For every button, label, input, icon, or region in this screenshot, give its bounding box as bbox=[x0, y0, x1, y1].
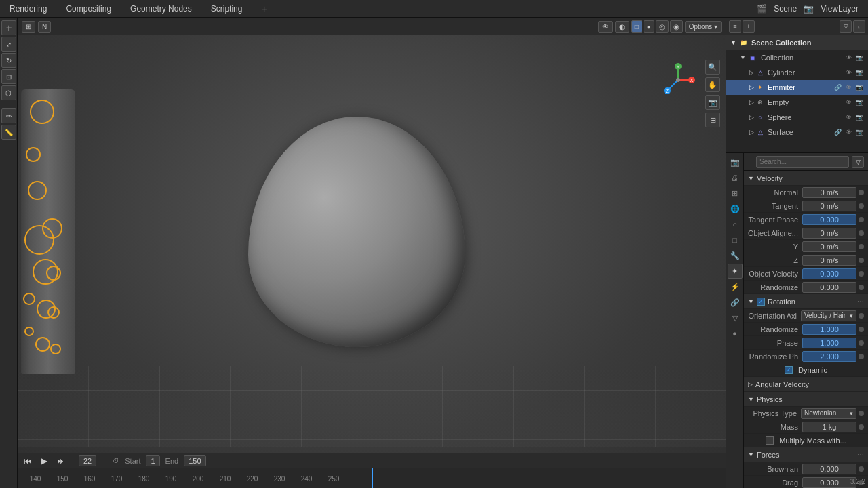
outliner-search-btn[interactable]: ⌕ bbox=[853, 20, 865, 33]
shading-solid-btn[interactable]: ● bbox=[644, 20, 654, 33]
velocity-dot-menu[interactable]: ⋯ bbox=[857, 174, 864, 182]
timeline-playhead[interactable] bbox=[372, 468, 373, 488]
view-layer-label[interactable]: ViewLayer bbox=[816, 3, 863, 15]
empty-render-icon[interactable]: 📷 bbox=[854, 98, 864, 107]
object-velocity-dot[interactable] bbox=[859, 271, 864, 277]
props-filter-btn[interactable]: ▽ bbox=[852, 156, 864, 168]
viewport-mode-btn[interactable]: N bbox=[38, 21, 51, 33]
toolbar-cursor-btn[interactable]: ✛ bbox=[1, 20, 16, 35]
physics-dot-menu[interactable]: ⋯ bbox=[857, 395, 864, 403]
velocity-section-header[interactable]: ▼ Velocity ⋯ bbox=[744, 171, 868, 186]
z-dot[interactable] bbox=[859, 258, 864, 263]
props-physics-tab[interactable]: ⚡ bbox=[728, 279, 743, 294]
viewport-overlay-btn[interactable]: ◐ bbox=[615, 21, 629, 33]
menu-item-add[interactable]: + bbox=[257, 2, 271, 16]
props-particles-tab active[interactable]: ✦ bbox=[728, 264, 743, 279]
shading-render-btn[interactable]: ◉ bbox=[670, 20, 683, 33]
coll-vis-icon[interactable]: 👁 bbox=[844, 53, 853, 62]
surf-render-icon[interactable]: 📷 bbox=[854, 127, 864, 137]
props-render-tab[interactable]: 📷 bbox=[728, 155, 743, 169]
tangent-phase-dot[interactable] bbox=[859, 217, 864, 222]
mass-value[interactable]: 1 kg bbox=[802, 422, 856, 432]
emit-vis-icon[interactable]: 👁 bbox=[844, 83, 853, 92]
normal-dot[interactable] bbox=[859, 190, 864, 195]
props-output-tab[interactable]: 🖨 bbox=[728, 170, 743, 185]
brownian-dot[interactable] bbox=[859, 466, 864, 472]
phase-dot[interactable] bbox=[859, 340, 864, 346]
menu-item-scripting[interactable]: Scripting bbox=[207, 3, 247, 15]
orientation-axis-select[interactable]: Velocity / Hair ▾ bbox=[801, 310, 856, 321]
physics-section-header[interactable]: ▼ Physics ⋯ bbox=[744, 392, 868, 407]
menu-item-rendering[interactable]: Rendering bbox=[5, 3, 51, 15]
outliner-add-btn[interactable]: + bbox=[743, 20, 755, 33]
coll-render-icon[interactable]: 📷 bbox=[854, 53, 864, 62]
start-frame-display[interactable]: 1 bbox=[146, 455, 159, 466]
props-object-tab[interactable]: □ bbox=[728, 232, 743, 247]
viewport-3d-content[interactable]: Y X Z 🔍 ✋ 📷 ⊞ bbox=[18, 35, 726, 488]
orientation-axis-dot[interactable] bbox=[859, 313, 864, 319]
tangent-phase-value[interactable]: 0.000 bbox=[802, 214, 856, 225]
toolbar-measure-btn[interactable]: 📏 bbox=[1, 125, 16, 140]
scene-label[interactable]: Scene bbox=[770, 3, 801, 15]
end-frame-display[interactable]: 150 bbox=[184, 455, 205, 466]
timeline-track[interactable]: 140 150 160 170 180 190 200 210 220 230 … bbox=[18, 468, 726, 488]
cyl-render-icon[interactable]: 📷 bbox=[854, 68, 864, 77]
y-value[interactable]: 0 m/s bbox=[802, 241, 856, 252]
shading-material-btn[interactable]: ◎ bbox=[656, 20, 669, 33]
angular-velocity-section-header[interactable]: ▷ Angular Velocity ⋯ bbox=[744, 377, 868, 392]
current-frame-display[interactable]: 22 bbox=[79, 455, 96, 466]
drag-value[interactable]: 0.000 bbox=[802, 477, 856, 488]
rotation-dot-menu[interactable]: ⋯ bbox=[857, 298, 864, 305]
physics-type-select[interactable]: Newtonian ▾ bbox=[801, 408, 856, 419]
toolbar-transform-btn[interactable]: ⬡ bbox=[1, 85, 16, 100]
rotation-section-header[interactable]: ▼ ✓ Rotation ⋯ bbox=[744, 294, 868, 309]
multiply-mass-checkbox[interactable] bbox=[766, 436, 774, 445]
view-tool-search[interactable]: 🔍 bbox=[705, 60, 720, 75]
shading-wireframe-btn[interactable]: □ bbox=[631, 20, 642, 33]
sphere-vis-icon[interactable]: 👁 bbox=[844, 113, 853, 122]
forces-dot-menu[interactable]: ⋯ bbox=[857, 451, 864, 458]
view-tool-grab[interactable]: ✋ bbox=[705, 77, 720, 92]
viewport-menu-btn[interactable]: ⊞ bbox=[22, 21, 35, 33]
view-tool-grid[interactable]: ⊞ bbox=[705, 113, 720, 127]
randomize-rot-value[interactable]: 1.000 bbox=[802, 324, 856, 335]
emit-constraint-icon[interactable]: 🔗 bbox=[833, 83, 842, 92]
outliner-collection[interactable]: ▼ ▣ Collection 👁 📷 bbox=[726, 50, 868, 65]
props-search-input[interactable] bbox=[756, 156, 849, 168]
mass-dot[interactable] bbox=[859, 424, 864, 430]
physics-type-dot[interactable] bbox=[859, 411, 864, 416]
toolbar-annotate-btn[interactable]: ✏ bbox=[1, 108, 16, 123]
props-constraints-tab[interactable]: 🔗 bbox=[728, 295, 743, 310]
outliner-empty[interactable]: ▷ ⊕ Empty 👁 📷 bbox=[726, 95, 868, 110]
sphere-render-icon[interactable]: 📷 bbox=[854, 113, 864, 122]
view-tool-camera[interactable]: 📷 bbox=[705, 95, 720, 110]
props-world-tab[interactable]: ○ bbox=[728, 217, 743, 232]
outliner-cylinder[interactable]: ▷ △ Cylinder 👁 📷 bbox=[726, 65, 868, 80]
menu-item-compositing[interactable]: Compositing bbox=[62, 3, 115, 15]
props-data-tab[interactable]: ▽ bbox=[728, 310, 743, 325]
rotation-enabled-checkbox[interactable]: ✓ bbox=[757, 298, 765, 306]
forces-section-header[interactable]: ▼ Forces ⋯ bbox=[744, 447, 868, 462]
angular-vel-dot-menu[interactable]: ⋯ bbox=[857, 380, 864, 388]
toolbar-scale-btn[interactable]: ⊡ bbox=[1, 69, 16, 84]
menu-item-geometry-nodes[interactable]: Geometry Nodes bbox=[126, 3, 196, 15]
outliner-surface[interactable]: ▷ △ Surface 🔗 👁 📷 bbox=[726, 125, 868, 140]
obj-aligned-value[interactable]: 0 m/s bbox=[802, 228, 856, 239]
props-scene-tab[interactable]: 🌐 bbox=[728, 201, 743, 216]
cyl-vis-icon[interactable]: 👁 bbox=[844, 68, 853, 77]
brownian-value[interactable]: 0.000 bbox=[802, 464, 856, 474]
emit-render-icon[interactable]: 📷 bbox=[854, 83, 864, 92]
toolbar-rotate-btn[interactable]: ↻ bbox=[1, 53, 16, 68]
play-btn[interactable]: ▶ bbox=[39, 455, 50, 466]
dynamic-checkbox[interactable]: ✓ bbox=[785, 366, 793, 374]
go-start-btn[interactable]: ⏮ bbox=[22, 455, 34, 466]
props-material-tab[interactable]: ● bbox=[728, 326, 743, 341]
go-end-btn[interactable]: ⏭ bbox=[55, 455, 67, 466]
randomize-phase-dot[interactable] bbox=[859, 354, 864, 359]
y-dot[interactable] bbox=[859, 244, 864, 249]
toolbar-move-btn[interactable]: ⤢ bbox=[1, 37, 16, 52]
object-velocity-value[interactable]: 0.000 bbox=[802, 268, 856, 279]
viewport-view-btn[interactable]: 👁 bbox=[598, 21, 613, 33]
tangent-value[interactable]: 0 m/s bbox=[802, 201, 856, 211]
outliner-scene-collection[interactable]: ▼ 📁 Scene Collection bbox=[726, 35, 868, 50]
